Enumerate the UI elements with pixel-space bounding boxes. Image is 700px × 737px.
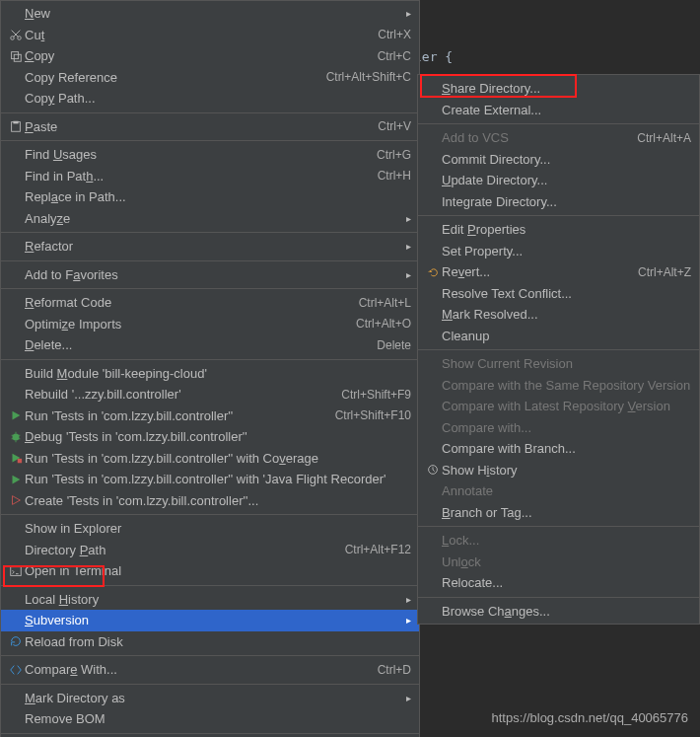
blank-icon: [7, 69, 25, 85]
menu-item-label: Add to Favorites: [25, 267, 400, 282]
blank-icon: [424, 222, 442, 238]
blank-icon: [424, 575, 442, 591]
create-icon: [7, 492, 25, 508]
menu-item-label: Browse Changes...: [442, 604, 691, 619]
svn-item-9[interactable]: Set Property...: [418, 241, 699, 262]
menu-item-label: Set Property...: [442, 244, 691, 258]
context-item-23[interactable]: Run 'Tests in 'com.lzzy.bill.controller'…: [1, 405, 419, 427]
blank-icon: [7, 91, 25, 107]
blank-icon: [7, 521, 25, 537]
shortcut: Ctrl+X: [378, 28, 411, 41]
blank-icon: [424, 533, 442, 549]
context-item-19[interactable]: Delete...Delete: [1, 334, 419, 356]
context-item-35[interactable]: Reload from Disk: [1, 631, 419, 653]
context-item-4[interactable]: Copy Path...: [1, 88, 419, 110]
shortcut: Ctrl+Alt+O: [356, 317, 411, 331]
menu-item-label: Create 'Tests in 'com.lzzy.bill.controll…: [25, 493, 411, 508]
menu-item-label: Cleanup: [442, 329, 691, 343]
context-item-2[interactable]: CopyCtrl+C: [1, 45, 419, 67]
separator: [418, 526, 699, 527]
blank-icon: [424, 419, 442, 435]
svn-item-25: Unlock: [418, 552, 699, 573]
menu-item-label: Branch or Tag...: [442, 505, 691, 520]
svn-item-1[interactable]: Create External...: [418, 100, 699, 121]
separator: [1, 684, 419, 685]
separator: [1, 585, 419, 586]
blank-icon: [424, 193, 442, 209]
submenu-arrow-icon: ▸: [406, 213, 411, 224]
blank-icon: [7, 168, 25, 184]
context-item-31[interactable]: Open in Terminal: [1, 560, 419, 582]
svn-item-22[interactable]: Branch or Tag...: [418, 502, 699, 524]
svn-item-12[interactable]: Mark Resolved...: [418, 304, 699, 326]
context-item-18[interactable]: Optimize ImportsCtrl+Alt+O: [1, 314, 419, 335]
context-item-15[interactable]: Add to Favorites▸: [1, 264, 419, 286]
context-item-0[interactable]: New▸: [1, 3, 419, 25]
context-item-26[interactable]: Run 'Tests in 'com.lzzy.bill.controller'…: [1, 469, 419, 490]
svn-item-26[interactable]: Relocate...: [418, 572, 699, 594]
context-item-30[interactable]: Directory PathCtrl+Alt+F12: [1, 540, 419, 561]
context-item-10[interactable]: Replace in Path...: [1, 186, 419, 208]
context-item-34[interactable]: Subversion▸: [1, 610, 419, 631]
context-item-17[interactable]: Reformat CodeCtrl+Alt+L: [1, 292, 419, 314]
svn-item-5[interactable]: Update Directory...: [418, 170, 699, 191]
svn-item-3: Add to VCSCtrl+Alt+A: [418, 127, 699, 149]
shortcut: Ctrl+V: [378, 119, 411, 133]
separator: [418, 597, 699, 598]
svn-item-13[interactable]: Cleanup: [418, 326, 699, 347]
blank-icon: [424, 130, 442, 146]
svn-item-10[interactable]: Revert...Ctrl+Alt+Z: [418, 261, 699, 283]
submenu-arrow-icon: ▸: [406, 693, 411, 703]
context-item-37[interactable]: Compare With...Ctrl+D: [1, 659, 419, 681]
svn-item-28[interactable]: Browse Changes...: [418, 601, 699, 623]
blank-icon: [7, 147, 25, 163]
svn-item-4[interactable]: Commit Directory...: [418, 149, 699, 171]
submenu-arrow-icon: ▸: [406, 241, 411, 252]
blank-icon: [424, 553, 442, 569]
shortcut: Ctrl+C: [378, 49, 411, 63]
blank-icon: [7, 266, 25, 282]
menu-item-label: Mark Resolved...: [442, 307, 691, 322]
blank-icon: [424, 243, 442, 258]
svn-item-0[interactable]: Share Directory...: [418, 78, 699, 100]
separator: [418, 123, 699, 124]
blank-icon: [424, 102, 442, 117]
menu-item-label: Local History: [25, 592, 400, 607]
menu-item-label: Compare With...: [25, 662, 366, 677]
context-item-3[interactable]: Copy ReferenceCtrl+Alt+Shift+C: [1, 67, 419, 89]
svn-item-8[interactable]: Edit Properties: [418, 219, 699, 241]
svg-point-6: [13, 433, 20, 440]
svn-item-16: Compare with the Same Repository Version: [418, 375, 699, 397]
blank-icon: [424, 399, 442, 414]
context-item-22[interactable]: Rebuild '...zzy.bill.controller'Ctrl+Shi…: [1, 384, 419, 405]
context-item-24[interactable]: Debug 'Tests in 'com.lzzy.bill.controlle…: [1, 426, 419, 448]
shortcut: Ctrl+H: [378, 169, 411, 183]
menu-item-label: Update Directory...: [442, 173, 691, 187]
context-item-27[interactable]: Create 'Tests in 'com.lzzy.bill.controll…: [1, 490, 419, 512]
context-item-21[interactable]: Build Module 'bill-keeping-cloud': [1, 363, 419, 385]
context-item-33[interactable]: Local History▸: [1, 589, 419, 611]
svn-item-11[interactable]: Resolve Text Conflict...: [418, 283, 699, 305]
context-item-6[interactable]: PasteCtrl+V: [1, 116, 419, 138]
context-item-9[interactable]: Find in Path...Ctrl+H: [1, 166, 419, 187]
svn-item-6[interactable]: Integrate Directory...: [418, 191, 699, 213]
menu-item-label: Build Module 'bill-keeping-cloud': [25, 366, 411, 381]
menu-item-label: Refactor: [25, 239, 400, 254]
blank-icon: [7, 613, 25, 628]
blank-icon: [7, 542, 25, 557]
context-item-40[interactable]: Remove BOM: [1, 708, 419, 730]
svn-item-20[interactable]: Show History: [418, 460, 699, 481]
context-item-39[interactable]: Mark Directory as▸: [1, 688, 419, 709]
context-item-29[interactable]: Show in Explorer: [1, 518, 419, 540]
context-item-1[interactable]: CutCtrl+X: [1, 25, 419, 46]
context-item-11[interactable]: Analyze▸: [1, 208, 419, 230]
context-item-13[interactable]: Refactor▸: [1, 236, 419, 258]
menu-item-label: Compare with Branch...: [442, 441, 691, 456]
separator: [1, 288, 419, 289]
separator: [1, 232, 419, 233]
context-item-8[interactable]: Find UsagesCtrl+G: [1, 144, 419, 166]
reload-icon: [7, 633, 25, 649]
svn-item-19[interactable]: Compare with Branch...: [418, 438, 699, 460]
menu-item-label: Optimize Imports: [25, 317, 344, 332]
context-item-25[interactable]: Run 'Tests in 'com.lzzy.bill.controller'…: [1, 448, 419, 470]
